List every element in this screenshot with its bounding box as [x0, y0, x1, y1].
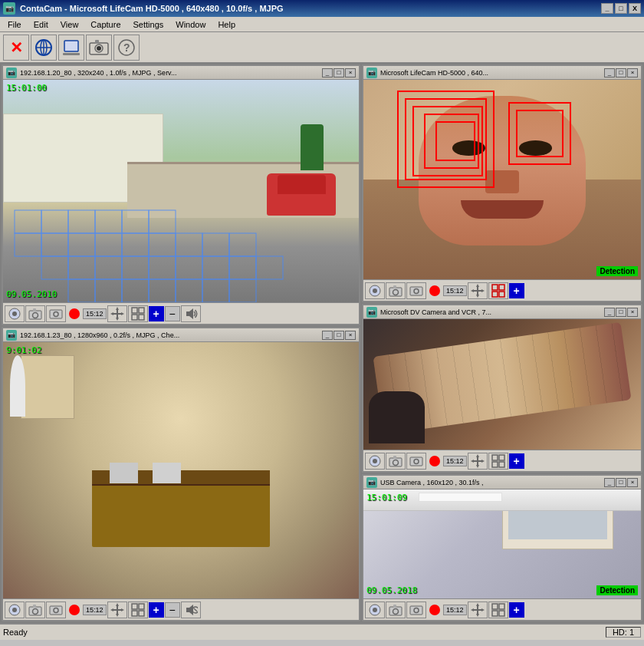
cam2-minimize[interactable]: _: [604, 68, 615, 77]
cam1-plus-btn[interactable]: +: [149, 306, 164, 321]
svg-marker-134: [481, 608, 485, 611]
cam5-minimize[interactable]: _: [604, 478, 615, 487]
svg-rect-56: [132, 308, 137, 313]
cam1-move-btn[interactable]: [107, 305, 127, 322]
cam5-record-btn[interactable]: [429, 605, 440, 615]
svg-marker-72: [110, 608, 113, 611]
cam5-plus-btn[interactable]: +: [509, 602, 524, 618]
cam1-restore[interactable]: □: [334, 68, 344, 77]
cam2-fps: 15:12: [443, 285, 467, 296]
cam2-record-btn[interactable]: [429, 285, 440, 296]
svg-rect-33: [202, 256, 229, 279]
status-text: Ready: [3, 628, 606, 637]
cam3-settings-btn[interactable]: [5, 602, 25, 618]
menu-help[interactable]: Help: [212, 18, 242, 31]
right-panels: 📷 Microsoft LifeCam HD-5000 , 640... _ □…: [362, 64, 642, 621]
cam5-move-btn[interactable]: [468, 602, 488, 618]
svg-rect-57: [139, 308, 144, 313]
cam3-grid-btn[interactable]: [128, 602, 148, 618]
cam1-window-buttons: _ □ ×: [322, 68, 356, 77]
cam3-restore[interactable]: □: [334, 331, 344, 340]
cam3-minus-btn[interactable]: −: [165, 602, 180, 618]
svg-rect-119: [499, 455, 504, 460]
cam3-close[interactable]: ×: [345, 331, 356, 340]
cam5-settings-btn[interactable]: [365, 602, 385, 618]
cam4-camera-btn[interactable]: [406, 453, 426, 470]
cam4-plus-btn[interactable]: +: [509, 453, 524, 469]
web-button[interactable]: [31, 35, 57, 61]
cam4-window-buttons: _ □ ×: [604, 308, 638, 317]
menu-settings[interactable]: Settings: [127, 18, 170, 31]
cam3-toolbar: 15:12 + −: [3, 598, 359, 620]
cam5-camera-btn[interactable]: [406, 602, 426, 618]
cam3-title-bar: 📷 192.168.1.23_80 , 1280x960 , 0.2f/s , …: [3, 328, 359, 342]
cam1-minus-btn[interactable]: −: [165, 306, 180, 321]
cam4-close[interactable]: ×: [627, 308, 638, 317]
cam4-record-btn[interactable]: [429, 456, 440, 466]
cam3-audio-btn[interactable]: [181, 602, 201, 618]
cam4-restore[interactable]: □: [616, 308, 626, 317]
cam2-window-buttons: _ □ ×: [604, 68, 638, 77]
cam2-plus-btn[interactable]: +: [509, 283, 524, 298]
svg-marker-115: [476, 465, 479, 468]
cam2-close[interactable]: ×: [627, 68, 638, 77]
camera-panel-1: 📷 192.168.1.20_80 , 320x240 , 1.0f/s , M…: [2, 64, 360, 325]
close-button[interactable]: X: [629, 3, 641, 14]
menu-edit[interactable]: Edit: [28, 18, 54, 31]
cam2-camera-btn[interactable]: [406, 282, 426, 299]
cam4-minimize[interactable]: _: [604, 308, 615, 317]
cam4-snapshot-btn[interactable]: [386, 453, 406, 470]
cam4-settings-btn[interactable]: [365, 453, 385, 470]
cam2-restore[interactable]: □: [616, 68, 626, 77]
cam1-minimize[interactable]: _: [322, 68, 333, 77]
cam2-snapshot-btn[interactable]: [386, 282, 406, 299]
cam1-camera-btn[interactable]: [46, 305, 66, 322]
restore-button[interactable]: □: [615, 3, 627, 14]
cam4-grid-btn[interactable]: [488, 453, 508, 470]
minimize-button[interactable]: _: [601, 3, 613, 14]
svg-text:?: ?: [123, 41, 130, 54]
svg-rect-36: [68, 279, 95, 302]
cam5-snapshot-btn[interactable]: [386, 602, 406, 618]
cam5-view: 15:01:09 09.05.2018 Detection: [363, 489, 641, 598]
cam1-close[interactable]: ×: [345, 68, 356, 77]
cam3-title: 192.168.1.23_80 , 1280x960 , 0.2f/s , MJ…: [20, 331, 322, 339]
svg-rect-37: [95, 279, 122, 302]
cam1-record-btn[interactable]: [69, 308, 80, 319]
menu-window[interactable]: Window: [169, 18, 212, 31]
menu-capture[interactable]: Capture: [84, 18, 127, 31]
cam2-toolbar: 15:12 +: [363, 279, 641, 301]
cam5-close[interactable]: ×: [627, 478, 638, 487]
cam3-view: 9:01:02: [3, 342, 359, 598]
cam1-settings-btn[interactable]: [5, 305, 25, 322]
help-button[interactable]: ?: [113, 35, 140, 61]
cam3-camera-btn[interactable]: [46, 602, 66, 618]
cam3-plus-btn[interactable]: +: [149, 602, 164, 618]
cam3-snapshot-btn[interactable]: [25, 602, 45, 618]
svg-rect-126: [393, 605, 396, 608]
close-tool-button[interactable]: ✕: [3, 35, 29, 61]
cam5-grid-btn[interactable]: [488, 602, 508, 618]
settings-button[interactable]: [58, 35, 84, 61]
cam5-date: 09.05.2018: [366, 585, 417, 595]
cam3-minimize[interactable]: _: [322, 331, 333, 340]
menu-view[interactable]: View: [54, 18, 85, 31]
app-icon: 📷: [3, 2, 15, 15]
cam3-move-btn[interactable]: [107, 602, 127, 618]
cam1-snapshot-btn[interactable]: [25, 305, 45, 322]
menu-file[interactable]: File: [2, 18, 28, 31]
cam2-settings-btn[interactable]: [365, 282, 385, 299]
cam4-move-btn[interactable]: [468, 453, 488, 470]
svg-marker-54: [110, 312, 113, 315]
cam1-grid-btn[interactable]: [128, 305, 148, 322]
cam2-move-btn[interactable]: [468, 282, 488, 299]
cam5-restore[interactable]: □: [616, 478, 626, 487]
cam3-record-btn[interactable]: [69, 605, 80, 615]
cam2-grid-btn[interactable]: [488, 282, 508, 299]
cam1-audio-btn[interactable]: [181, 305, 201, 322]
camera-button[interactable]: [86, 35, 112, 61]
cam3-lamp: [10, 355, 25, 417]
svg-rect-17: [149, 210, 176, 233]
status-bar: Ready HD: 1: [0, 623, 644, 640]
svg-rect-103: [492, 292, 498, 297]
